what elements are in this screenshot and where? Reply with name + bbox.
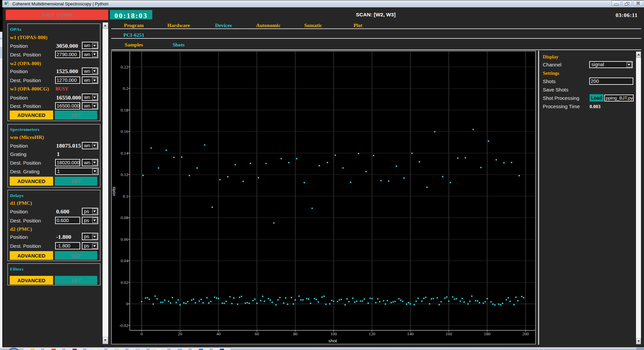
svg-text:-0.02: -0.02 (119, 323, 128, 328)
svg-text:120: 120 (369, 331, 375, 336)
svg-text:0.02: 0.02 (121, 280, 128, 285)
svg-text:100: 100 (330, 331, 337, 336)
svg-text:0.04: 0.04 (121, 258, 128, 263)
svg-text:0.2: 0.2 (123, 86, 128, 91)
svg-text:0.08: 0.08 (121, 215, 128, 220)
svg-text:0.18: 0.18 (121, 108, 128, 113)
svg-text:20: 20 (178, 331, 182, 336)
svg-text:0.16: 0.16 (121, 129, 128, 134)
svg-text:0.22: 0.22 (121, 64, 128, 69)
svg-text:0: 0 (141, 331, 143, 336)
svg-text:0.1: 0.1 (123, 194, 128, 199)
svg-text:0.06: 0.06 (121, 237, 128, 242)
svg-text:180: 180 (484, 331, 491, 336)
svg-text:volts: volts (111, 187, 116, 196)
svg-text:160: 160 (446, 331, 452, 336)
svg-text:0: 0 (126, 301, 129, 306)
svg-text:140: 140 (407, 331, 414, 336)
svg-text:0.12: 0.12 (121, 172, 128, 177)
svg-text:0.14: 0.14 (121, 151, 128, 156)
svg-text:40: 40 (216, 331, 221, 336)
svg-text:80: 80 (293, 331, 297, 336)
svg-text:shot: shot (328, 338, 337, 343)
svg-text:200: 200 (522, 331, 529, 336)
svg-text:60: 60 (255, 331, 259, 336)
